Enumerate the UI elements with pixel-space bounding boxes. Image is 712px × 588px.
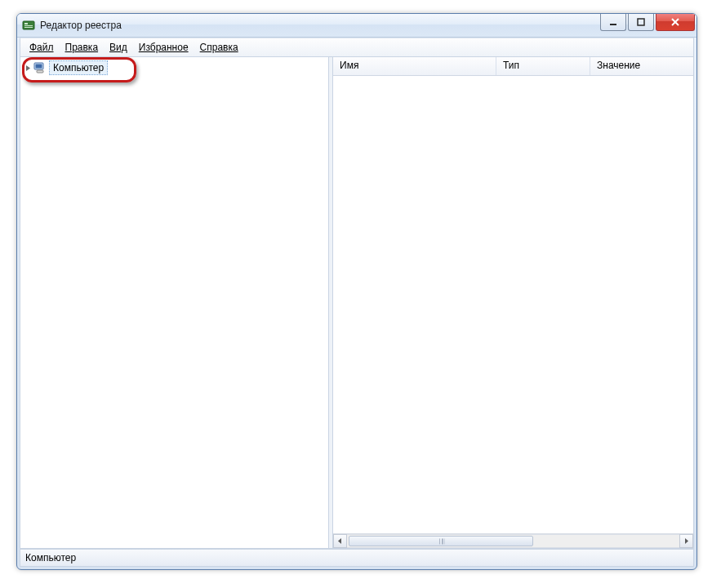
menubar: Файл Правка Вид Избранное Справка [20,38,694,57]
menu-edit[interactable]: Правка [60,40,105,55]
column-header-type[interactable]: Тип [496,57,590,75]
column-header-name[interactable]: Имя [333,57,496,75]
menu-view[interactable]: Вид [104,40,133,55]
svg-line-7 [672,19,679,25]
statusbar: Компьютер [20,549,694,567]
svg-rect-5 [638,19,644,25]
list-pane: Имя Тип Значение [333,57,693,548]
svg-rect-2 [24,25,33,26]
menu-file[interactable]: Файл [24,40,60,55]
horizontal-scrollbar[interactable] [333,533,693,548]
maximize-button[interactable] [628,14,654,31]
window-title: Редактор реестра [40,20,600,31]
list-body[interactable] [333,76,693,533]
window-controls [600,14,695,37]
svg-rect-4 [610,24,616,25]
tree-root-node[interactable]: Компьютер [22,60,327,75]
scroll-left-button[interactable] [333,534,347,548]
svg-marker-8 [26,65,30,71]
svg-marker-13 [685,538,688,544]
scroll-thumb[interactable] [349,536,533,546]
tree-root-label[interactable]: Компьютер [49,60,108,75]
computer-icon [33,61,47,74]
close-button[interactable] [656,14,695,31]
menu-favorites[interactable]: Избранное [133,40,194,55]
column-header-value[interactable]: Значение [590,57,693,75]
svg-rect-1 [24,23,28,24]
list-header: Имя Тип Значение [333,57,693,76]
client-area: Компьютер Имя Тип Значение [20,57,694,549]
minimize-button[interactable] [600,14,626,31]
window-frame: Редактор реестра Файл Правка [16,13,697,570]
tree-pane[interactable]: Компьютер [20,57,329,548]
titlebar[interactable]: Редактор реестра [17,14,696,38]
svg-line-6 [672,19,679,25]
svg-rect-11 [37,70,43,73]
statusbar-path: Компьютер [25,552,76,564]
scroll-track[interactable] [347,534,679,548]
menu-help[interactable]: Справка [194,40,244,55]
svg-rect-10 [36,65,42,69]
svg-marker-12 [338,538,341,544]
svg-rect-3 [24,27,33,28]
chevron-right-icon[interactable] [24,64,32,72]
app-icon [22,19,35,32]
scroll-right-button[interactable] [679,534,693,548]
